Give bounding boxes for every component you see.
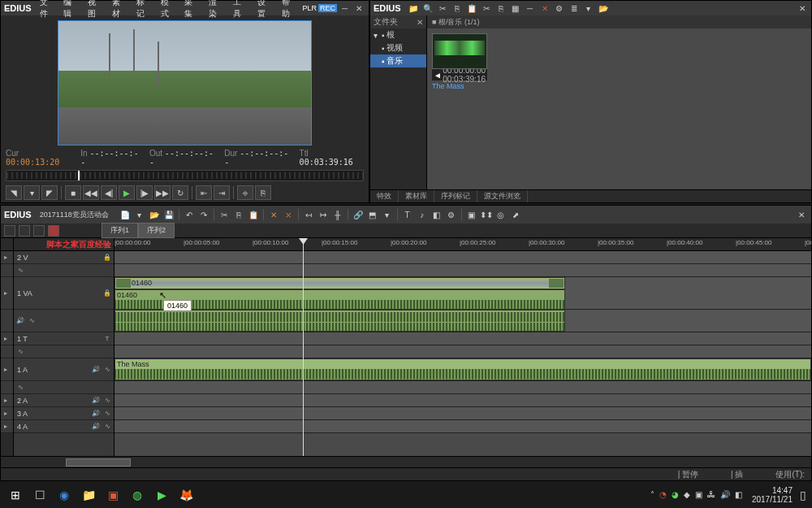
insert-mode-button[interactable]: [48, 225, 59, 237]
in-tc[interactable]: --:--:--:--: [80, 149, 138, 167]
track-header-a2[interactable]: 2 A🔊∿: [14, 394, 114, 407]
taskbar-clock[interactable]: 14:47 2017/11/21: [747, 486, 797, 504]
menu-help[interactable]: 帮助: [279, 0, 301, 20]
title-icon[interactable]: T: [401, 208, 414, 221]
taskbar-app-folder[interactable]: 📁: [76, 484, 101, 506]
lane-a4[interactable]: [114, 420, 811, 433]
patch-a3[interactable]: ▸: [1, 409, 11, 419]
render-icon[interactable]: ▣: [465, 208, 478, 221]
delete-icon[interactable]: ✕: [539, 2, 551, 14]
scroll-thumb[interactable]: [66, 458, 131, 467]
copy-icon[interactable]: ⎘: [495, 2, 507, 14]
show-desktop-button[interactable]: ▯: [797, 484, 809, 506]
track-fx-row[interactable]: ∿: [14, 381, 114, 394]
patch-v2[interactable]: ▸: [1, 253, 11, 263]
patch-t1[interactable]: ▸: [1, 334, 11, 344]
copy-icon[interactable]: ⎘: [232, 208, 245, 221]
mute-icon[interactable]: 🔊: [91, 409, 101, 419]
title-icon[interactable]: T: [102, 334, 112, 344]
tree-music[interactable]: ▪音乐: [370, 54, 426, 67]
task-view-button[interactable]: ☐: [28, 484, 52, 506]
minimize-button[interactable]: ─: [339, 4, 351, 13]
lock-icon[interactable]: 🔒: [102, 253, 112, 263]
cut-icon[interactable]: ✂: [218, 208, 231, 221]
taskbar-app-browser[interactable]: ◉: [52, 484, 76, 506]
preview-viewport[interactable]: [58, 20, 312, 145]
seq-tab-1[interactable]: 序列1: [102, 223, 138, 238]
link-icon[interactable]: 🔗: [352, 208, 365, 221]
tray-up-icon[interactable]: ˄: [650, 490, 654, 499]
next-frame-button[interactable]: |▶: [136, 185, 153, 200]
set-in-button[interactable]: ⇤: [196, 185, 212, 200]
lane-v2-fx[interactable]: [114, 264, 811, 277]
patch-a1[interactable]: ▸: [1, 365, 11, 375]
track-header-t1[interactable]: 1 TT: [14, 332, 114, 345]
taskbar-app-360[interactable]: ◍: [125, 484, 149, 506]
color-icon[interactable]: ◧: [430, 208, 443, 221]
bin-clip[interactable]: ◄ 00:00:00:00 00:03:39:16 The Mass: [432, 33, 487, 92]
undo-icon[interactable]: ↶: [183, 208, 196, 221]
tree-root[interactable]: ▾▪根: [370, 28, 426, 41]
search-icon[interactable]: 🔍: [422, 2, 434, 14]
close-button[interactable]: ✕: [795, 208, 808, 221]
play-button[interactable]: ▶: [119, 185, 135, 200]
cur-tc[interactable]: 00:00:13:20: [6, 158, 59, 167]
set-out-button[interactable]: ⇥: [214, 185, 230, 200]
mark-out-icon[interactable]: ◤: [41, 185, 58, 200]
fastfwd-button[interactable]: ▶▶: [154, 185, 171, 200]
clip-thumbnail[interactable]: [432, 33, 487, 69]
lane-va1[interactable]: 01460 01460 ↖ 01460: [114, 277, 811, 310]
lane-a1-fx[interactable]: [114, 381, 811, 394]
close-button[interactable]: ✕: [352, 4, 365, 13]
group-icon[interactable]: ⬒: [366, 208, 379, 221]
timeline-track-area[interactable]: |00:00:00:00 |00:00:05:00 |00:00:10:00 |…: [114, 238, 811, 456]
taskbar-app-potplayer[interactable]: ▣: [101, 484, 125, 506]
lane-va1-audio[interactable]: [114, 310, 811, 332]
menu-view[interactable]: 视图: [84, 0, 107, 20]
tab-effects[interactable]: 特效: [370, 190, 399, 202]
tray-wechat-icon[interactable]: ◕: [672, 490, 679, 499]
folder-icon[interactable]: 📁: [408, 2, 419, 14]
minimize-icon[interactable]: ─: [525, 2, 536, 14]
tab-bin[interactable]: 素材库: [399, 190, 434, 202]
tray-icon[interactable]: ▣: [695, 490, 702, 499]
paste-icon[interactable]: 📋: [466, 2, 477, 14]
playhead[interactable]: [303, 238, 304, 456]
lane-a2[interactable]: [114, 394, 811, 407]
taskbar-app-firefox[interactable]: 🦊: [174, 484, 198, 506]
track-header-v2[interactable]: 2 V🔒: [14, 251, 114, 264]
mute-icon[interactable]: 🔊: [91, 365, 101, 375]
clip-video[interactable]: 01460: [114, 277, 565, 289]
dropdown-icon[interactable]: ▾: [24, 185, 40, 200]
tray-volume-icon[interactable]: 🔊: [720, 490, 730, 499]
ripple-button[interactable]: [19, 225, 30, 237]
loop-button[interactable]: ↻: [172, 185, 188, 200]
menu-clip[interactable]: 素材: [109, 0, 132, 20]
save-icon[interactable]: 💾: [162, 208, 175, 221]
close-button[interactable]: ✕: [797, 2, 808, 14]
tray-icon[interactable]: ◔: [659, 490, 667, 499]
tray-network-icon[interactable]: 🖧: [707, 490, 715, 499]
menu-marker[interactable]: 标记: [133, 0, 156, 20]
mute-icon[interactable]: 🔊: [91, 396, 101, 406]
lane-v2[interactable]: [114, 251, 811, 264]
clip-audio[interactable]: [114, 310, 565, 332]
new-folder-icon[interactable]: 📂: [598, 2, 609, 14]
rewind-button[interactable]: ◀◀: [83, 185, 99, 200]
play-icon[interactable]: ◄: [434, 71, 442, 80]
cut-icon[interactable]: ✂: [481, 2, 492, 14]
new-icon[interactable]: 📄: [119, 208, 132, 221]
prev-edit-icon[interactable]: ↤: [302, 208, 315, 221]
menu-mode[interactable]: 模式: [158, 0, 180, 20]
lane-t1[interactable]: [114, 332, 811, 345]
redo-icon[interactable]: ↷: [197, 208, 210, 221]
mute-icon[interactable]: 🔊: [91, 422, 101, 432]
menu-capture[interactable]: 采集: [181, 0, 204, 20]
track-audio-sub[interactable]: 🔊∿: [14, 310, 114, 332]
menu-tools[interactable]: 工具: [230, 0, 253, 20]
add-cut-icon[interactable]: ╫: [331, 208, 344, 221]
timeline-ruler[interactable]: |00:00:00:00 |00:00:05:00 |00:00:10:00 |…: [114, 238, 811, 251]
audio-icon[interactable]: ♪: [416, 208, 429, 221]
patch-va1[interactable]: ▸: [1, 289, 11, 298]
track-fx-row[interactable]: ∿: [14, 345, 114, 358]
